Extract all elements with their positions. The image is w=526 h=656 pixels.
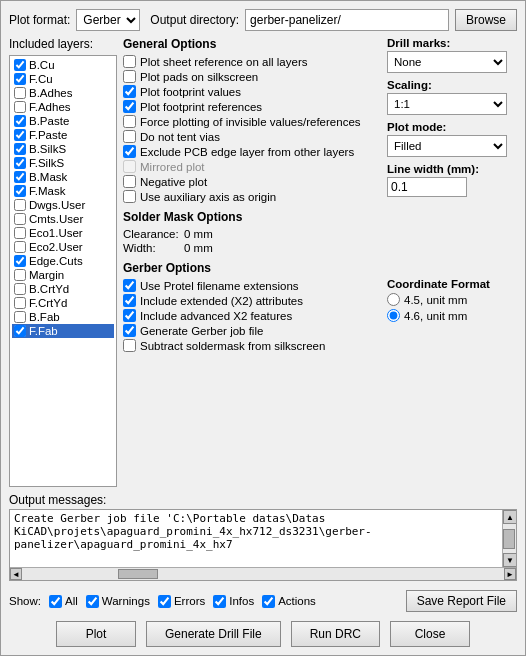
layer-checkbox[interactable]: [14, 325, 26, 337]
general-options-title: General Options: [123, 37, 377, 51]
show-all-check: All: [49, 595, 78, 608]
layer-item[interactable]: B.CrtYd: [12, 282, 114, 296]
output-messages-label: Output messages:: [9, 493, 517, 507]
layer-item[interactable]: F.CrtYd: [12, 296, 114, 310]
layer-label: Edge.Cuts: [29, 255, 83, 267]
solder-section: Solder Mask Options Clearance: 0 mm Widt…: [123, 210, 517, 255]
gerber-option-checkbox[interactable]: [123, 294, 136, 307]
run-drc-button[interactable]: Run DRC: [291, 621, 380, 647]
gerber-option-label: Use Protel filename extensions: [140, 280, 299, 292]
plot-mode-select[interactable]: Filled: [387, 135, 507, 157]
layer-checkbox[interactable]: [14, 87, 26, 99]
show-all-checkbox[interactable]: [49, 595, 62, 608]
scaling-select[interactable]: 1:1: [387, 93, 507, 115]
layer-item[interactable]: Dwgs.User: [12, 198, 114, 212]
browse-button[interactable]: Browse: [455, 9, 517, 31]
layer-item[interactable]: Eco2.User: [12, 240, 114, 254]
v-bot-arrow[interactable]: ▼: [503, 553, 517, 567]
gerber-option-checkbox[interactable]: [123, 324, 136, 337]
layer-item[interactable]: F.Cu: [12, 72, 114, 86]
clearance-label: Clearance:: [123, 228, 178, 240]
general-option-checkbox[interactable]: [123, 175, 136, 188]
output-dir-label: Output directory:: [150, 13, 239, 27]
gerber-option-checkbox[interactable]: [123, 309, 136, 322]
general-option-checkbox[interactable]: [123, 130, 136, 143]
show-infos-check: Infos: [213, 595, 254, 608]
h-left-arrow[interactable]: ◄: [10, 568, 22, 580]
close-button[interactable]: Close: [390, 621, 470, 647]
gerber-option-row: Subtract soldermask from silkscreen: [123, 338, 377, 353]
layer-checkbox[interactable]: [14, 143, 26, 155]
coord-46-label: 4.6, unit mm: [404, 310, 467, 322]
save-report-button[interactable]: Save Report File: [406, 590, 517, 612]
layer-item[interactable]: B.Mask: [12, 170, 114, 184]
layer-checkbox[interactable]: [14, 129, 26, 141]
layers-list[interactable]: B.CuF.CuB.AdhesF.AdhesB.PasteF.PasteB.Si…: [9, 55, 117, 487]
layer-checkbox[interactable]: [14, 101, 26, 113]
output-content: Create Gerber job file 'C:\Portable data…: [10, 510, 516, 567]
v-thumb[interactable]: [503, 529, 515, 549]
generate-drill-button[interactable]: Generate Drill File: [146, 621, 281, 647]
output-dir-input[interactable]: [245, 9, 449, 31]
layer-item[interactable]: B.Paste: [12, 114, 114, 128]
layer-checkbox[interactable]: [14, 59, 26, 71]
layer-item[interactable]: F.SilkS: [12, 156, 114, 170]
layer-checkbox[interactable]: [14, 115, 26, 127]
general-option-checkbox[interactable]: [123, 70, 136, 83]
general-option-checkbox[interactable]: [123, 100, 136, 113]
layer-checkbox[interactable]: [14, 199, 26, 211]
show-warnings-checkbox[interactable]: [86, 595, 99, 608]
gerber-option-row: Include advanced X2 features: [123, 308, 377, 323]
layer-checkbox[interactable]: [14, 241, 26, 253]
layer-item[interactable]: Edge.Cuts: [12, 254, 114, 268]
layer-item[interactable]: F.Adhes: [12, 100, 114, 114]
layer-item[interactable]: B.Cu: [12, 58, 114, 72]
output-hscroll[interactable]: ◄ ►: [10, 567, 516, 580]
general-option-label: Use auxiliary axis as origin: [140, 191, 276, 203]
layer-item[interactable]: F.Fab: [12, 324, 114, 338]
show-actions-checkbox[interactable]: [262, 595, 275, 608]
clearance-value: 0 mm: [184, 228, 213, 240]
coord-46-radio[interactable]: [387, 309, 400, 322]
line-width-input[interactable]: [387, 177, 467, 197]
layer-checkbox[interactable]: [14, 227, 26, 239]
general-option-checkbox[interactable]: [123, 145, 136, 158]
layer-item[interactable]: B.Adhes: [12, 86, 114, 100]
general-option-checkbox[interactable]: [123, 85, 136, 98]
drill-marks-select[interactable]: None Small Actual size: [387, 51, 507, 73]
layer-checkbox[interactable]: [14, 283, 26, 295]
h-right-arrow[interactable]: ►: [504, 568, 516, 580]
layer-item[interactable]: Cmts.User: [12, 212, 114, 226]
format-select[interactable]: Gerber: [76, 9, 140, 31]
layer-item[interactable]: B.Fab: [12, 310, 114, 324]
general-option-checkbox[interactable]: [123, 190, 136, 203]
layer-checkbox[interactable]: [14, 171, 26, 183]
layer-checkbox[interactable]: [14, 269, 26, 281]
layer-label: B.Mask: [29, 171, 67, 183]
layer-item[interactable]: F.Paste: [12, 128, 114, 142]
layer-checkbox[interactable]: [14, 255, 26, 267]
v-top-arrow[interactable]: ▲: [503, 510, 517, 524]
show-errors-checkbox[interactable]: [158, 595, 171, 608]
layer-checkbox[interactable]: [14, 157, 26, 169]
layer-checkbox[interactable]: [14, 73, 26, 85]
v-scrollbar[interactable]: ▲ ▼: [502, 510, 516, 567]
layer-checkbox[interactable]: [14, 311, 26, 323]
show-warnings-check: Warnings: [86, 595, 150, 608]
general-option-checkbox[interactable]: [123, 55, 136, 68]
gerber-option-checkbox[interactable]: [123, 279, 136, 292]
scaling-title: Scaling:: [387, 79, 517, 91]
layer-checkbox[interactable]: [14, 297, 26, 309]
h-thumb[interactable]: [118, 569, 158, 579]
layer-checkbox[interactable]: [14, 213, 26, 225]
layer-item[interactable]: Eco1.User: [12, 226, 114, 240]
layer-item[interactable]: Margin: [12, 268, 114, 282]
plot-button[interactable]: Plot: [56, 621, 136, 647]
layer-item[interactable]: F.Mask: [12, 184, 114, 198]
coord-45-radio[interactable]: [387, 293, 400, 306]
gerber-option-checkbox[interactable]: [123, 339, 136, 352]
layer-checkbox[interactable]: [14, 185, 26, 197]
general-option-checkbox[interactable]: [123, 115, 136, 128]
layer-item[interactable]: B.SilkS: [12, 142, 114, 156]
show-infos-checkbox[interactable]: [213, 595, 226, 608]
